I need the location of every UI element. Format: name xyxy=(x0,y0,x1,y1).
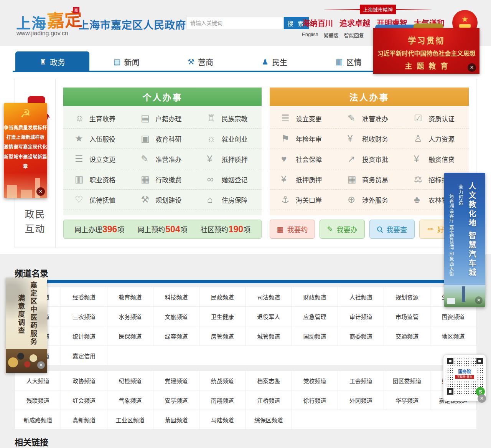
service-item[interactable]: ☰设立变更 xyxy=(270,108,336,129)
service-item[interactable]: ∞婚姻登记 xyxy=(196,169,262,190)
new-city-promo-banner[interactable]: 人文教化地 智慧汽车城 全力打造 远香湖会客厅 嘉宝智慧湾 印象西大街 看新城 … xyxy=(444,173,485,307)
channel-link[interactable]: 华亭频道 xyxy=(384,390,430,410)
service-item[interactable]: ▥职业资格 xyxy=(63,169,129,190)
channel-link[interactable]: 审计频道 xyxy=(338,307,384,326)
channel-link[interactable]: 残联频道 xyxy=(15,390,61,410)
channel-link[interactable]: 规划资源 xyxy=(384,287,430,307)
service-item[interactable]: ▣教育科研 xyxy=(129,129,195,149)
channel-link[interactable]: 房管频道 xyxy=(199,326,246,346)
channel-link[interactable]: 科技频道 xyxy=(153,287,199,307)
service-item[interactable]: ¥税收财务 xyxy=(336,129,402,149)
channel-link[interactable]: 城管频道 xyxy=(246,326,292,346)
channel-link[interactable]: 综保区频道 xyxy=(246,410,292,430)
close-icon[interactable]: ✕ xyxy=(468,63,476,72)
service-item[interactable]: ▦行政缴费 xyxy=(129,169,195,190)
channel-link[interactable]: 徐行频道 xyxy=(292,390,338,410)
channel-link[interactable]: 国资频道 xyxy=(430,307,476,326)
nav-tab-新闻[interactable]: ▤新闻 xyxy=(89,51,163,72)
channel-link[interactable]: 党校频道 xyxy=(292,371,338,390)
service-item[interactable]: ⊕涉外服务 xyxy=(336,190,402,210)
channel-link[interactable]: 人大频道 xyxy=(15,371,61,390)
service-item[interactable]: ✎准营准办 xyxy=(336,108,402,129)
service-item[interactable]: ♖民族宗教 xyxy=(196,108,262,129)
nav-tab-政务[interactable]: ♜政务 xyxy=(15,51,89,72)
channel-link[interactable]: 档案志鉴 xyxy=(246,371,292,390)
channel-link[interactable]: 医保频道 xyxy=(107,326,153,346)
channel-link[interactable]: 统战频道 xyxy=(199,371,246,390)
channel-link[interactable]: 真新频道 xyxy=(61,410,107,430)
close-icon[interactable]: ✕ xyxy=(36,187,45,196)
quick-link[interactable]: English xyxy=(302,31,318,39)
channel-link[interactable]: 团区委频道 xyxy=(384,371,430,390)
service-item[interactable]: ☑资质认证 xyxy=(402,108,469,129)
search-input[interactable] xyxy=(186,17,284,29)
channel-link[interactable]: 水务频道 xyxy=(107,307,153,326)
channel-link[interactable]: 文旅频道 xyxy=(153,307,199,326)
service-item[interactable]: ¥抵押质押 xyxy=(270,169,336,190)
service-item[interactable]: ☼就业创业 xyxy=(196,129,262,149)
service-item[interactable]: ♥社会保障 xyxy=(270,149,336,169)
action-button-我要查[interactable]: 我要查 xyxy=(369,220,415,239)
study-campaign-banner[interactable]: 学习贯彻 习近平新时代中国特色社会主义思想 主题教育 ✕ xyxy=(373,28,479,74)
nav-tab-民生[interactable]: ♟民生 xyxy=(237,51,311,72)
channel-link[interactable]: 人社频道 xyxy=(338,287,384,307)
service-item[interactable]: ★入伍服役 xyxy=(63,129,129,149)
state-council-qr-popup[interactable]: 国务院 互联网+督查 S ✕ xyxy=(443,354,486,401)
channel-link[interactable]: 纪检频道 xyxy=(107,371,153,390)
service-item[interactable]: ⌂住房保障 xyxy=(196,190,262,210)
channel-link[interactable]: 南翔频道 xyxy=(199,390,246,410)
close-icon[interactable]: ✕ xyxy=(475,296,483,304)
channel-link[interactable]: 江桥频道 xyxy=(246,390,292,410)
channel-link[interactable]: 应急管理 xyxy=(292,307,338,326)
channel-link[interactable]: 工业区频道 xyxy=(107,410,153,430)
service-item[interactable]: ¥融资信贷 xyxy=(402,149,469,169)
service-item[interactable]: ♡优待抚恤 xyxy=(63,190,129,210)
channel-link[interactable]: 新成路频道 xyxy=(15,410,61,430)
service-item[interactable]: ▦商务贸易 xyxy=(336,169,402,190)
channel-link[interactable]: 教育频道 xyxy=(107,287,153,307)
channel-link[interactable]: 市场监管 xyxy=(384,307,430,326)
action-button-我要约[interactable]: ▦我要约 xyxy=(270,220,315,239)
service-item[interactable]: ☰设立变更 xyxy=(63,149,129,169)
service-item[interactable]: ☺生育收养 xyxy=(63,108,129,129)
action-button-我要办[interactable]: ✎我要办 xyxy=(320,220,365,239)
party-slogan-banner[interactable]: ☭ 争当高质量发展标杆打造上海新城样板激情谱写嘉定现代化新型城市建设崭新篇章 ✕ xyxy=(4,103,47,198)
channel-link[interactable]: 外冈频道 xyxy=(338,390,384,410)
close-icon[interactable]: ✕ xyxy=(37,361,45,369)
channel-link[interactable]: 工会频道 xyxy=(338,371,384,390)
channel-link[interactable]: 政协频道 xyxy=(61,371,107,390)
service-item[interactable]: ↗投资审批 xyxy=(336,149,402,169)
service-item[interactable]: ⚑年检年审 xyxy=(270,129,336,149)
channel-link[interactable]: 商委频道 xyxy=(338,326,384,346)
channel-link[interactable]: 三农频道 xyxy=(61,307,107,326)
nav-tab-营商[interactable]: ⚒营商 xyxy=(163,51,237,72)
service-item[interactable]: ♙人力资源 xyxy=(402,129,469,149)
channel-link[interactable]: 气象频道 xyxy=(107,390,153,410)
service-item[interactable]: ⚓海关口岸 xyxy=(270,190,336,210)
channel-link[interactable]: 经委频道 xyxy=(61,287,107,307)
service-item[interactable]: ⚒规划建设 xyxy=(129,190,195,210)
channel-link[interactable]: 退役军人 xyxy=(246,307,292,326)
service-item[interactable]: ¥抵押质押 xyxy=(196,149,262,169)
sidebar-item-public-interaction[interactable]: 政民互动 xyxy=(15,207,56,236)
channel-link[interactable]: 交通频道 xyxy=(384,326,430,346)
channel-link[interactable]: 司法频道 xyxy=(246,287,292,307)
quick-link[interactable]: 繁體版 xyxy=(324,31,339,39)
quick-link[interactable]: 智能回复 xyxy=(344,31,364,39)
channel-link[interactable]: 统计频道 xyxy=(61,326,107,346)
channel-link[interactable]: 地区频道 xyxy=(430,326,476,346)
channel-link[interactable]: 马陆频道 xyxy=(199,410,246,430)
tcm-survey-banner[interactable]: 嘉定区中医药服务 满意度调查 ✕ xyxy=(6,278,47,373)
service-item[interactable]: ▤户籍办理 xyxy=(129,108,195,129)
close-icon[interactable]: ✕ xyxy=(478,394,486,403)
channel-link[interactable]: 党建频道 xyxy=(153,371,199,390)
channel-link[interactable]: 财政频道 xyxy=(292,287,338,307)
service-item[interactable]: ✎准营准办 xyxy=(129,149,195,169)
channel-link[interactable]: 卫生健康 xyxy=(199,307,246,326)
channel-link[interactable]: 红会频道 xyxy=(61,390,107,410)
channel-link[interactable]: 嘉定信用 xyxy=(61,346,107,365)
channel-link[interactable]: 民政频道 xyxy=(199,287,246,307)
channel-link[interactable]: 绿容频道 xyxy=(153,326,199,346)
channel-link[interactable]: 国动频道 xyxy=(292,326,338,346)
channel-link[interactable]: 菊园频道 xyxy=(153,410,199,430)
